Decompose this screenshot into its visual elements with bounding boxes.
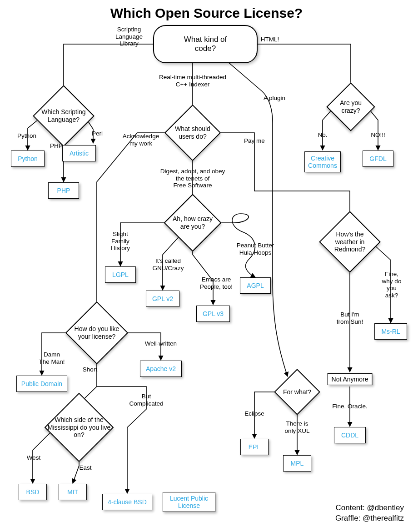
result-php: PHP: [48, 182, 79, 199]
label-digest: Digest, adopt, and obey the tenets of Fr…: [160, 168, 225, 189]
result-gplv3: GPL v3: [196, 306, 230, 322]
label-short: Short: [83, 366, 97, 373]
label-no: No.: [318, 131, 327, 139]
result-agpl: AGPL: [240, 277, 271, 294]
label-scripting-lib: Scripting Language Library: [115, 26, 143, 47]
label-indexer: Real-time multi-threaded C++ Indexer: [159, 74, 226, 88]
result-gfdl: GFDL: [363, 151, 393, 167]
decision-how-crazy: Ah, how crazy are you?: [165, 203, 220, 242]
credit-graffle: Graffle: @therealfitz: [335, 513, 404, 524]
label-pay-me: Pay me: [244, 137, 265, 145]
label-but-complicated: But Complicated: [129, 393, 163, 407]
decision-are-you-crazy: Are you crazy?: [326, 90, 376, 123]
step-not-anymore: Not Anymore: [328, 373, 373, 385]
label-acknowledge: Acknowledge my work: [123, 133, 159, 147]
result-lucent: Lucent Public License: [163, 492, 215, 512]
decision-users-do: What should users do?: [165, 114, 220, 152]
label-pbhh: Peanut Butter Hula Hoops: [237, 242, 274, 256]
label-east: East: [79, 464, 91, 472]
result-public-domain: Public Domain: [16, 376, 67, 392]
result-artistic: Artistic: [62, 145, 96, 161]
credits: Content: @dbentley Graffle: @therealfitz: [335, 503, 404, 524]
result-apache: Apache v2: [140, 361, 182, 377]
result-bsd: BSD: [19, 484, 47, 500]
label-damn: Damn The Man!: [39, 351, 65, 365]
label-xul: There is only XUL: [285, 420, 310, 434]
result-creative-commons: Creative Commons: [304, 151, 341, 172]
label-html: HTML!: [261, 36, 279, 43]
decision-scripting: Which Scripting Language?: [32, 95, 95, 137]
label-eclipse: Eclipse: [244, 410, 264, 417]
label-emacs: Emacs are People, too!: [200, 276, 233, 290]
result-epl: EPL: [240, 439, 269, 455]
label-from-sun: But I'm from Sun!: [337, 311, 363, 325]
result-gplv2: GPL v2: [146, 291, 179, 307]
result-msrl: Ms-RL: [374, 323, 407, 340]
label-no-shout: NO!!!: [371, 131, 385, 139]
flow-start: What kind of code?: [153, 25, 258, 63]
label-west: West: [27, 454, 41, 462]
result-python: Python: [11, 151, 45, 167]
label-slight: Slight Family History: [111, 231, 130, 252]
decision-for-what: For what?: [274, 376, 320, 407]
result-lgpl: LGPL: [105, 266, 136, 283]
label-gnu-crazy: It's called GNU/Crazy: [152, 257, 184, 271]
label-well-written: Well-written: [145, 340, 177, 347]
label-fine-oracle: Fine. Oracle.: [332, 403, 367, 410]
decision-mississippi: Which side of the Mississippi do you liv…: [43, 404, 115, 451]
decision-like-license: How do you like your license?: [66, 311, 128, 354]
label-plugin: A plugin: [264, 95, 285, 102]
page-title: Which Open Source License?: [0, 5, 413, 21]
decision-redmond: How's the weather in Redmond?: [320, 221, 379, 263]
result-mpl: MPL: [283, 455, 311, 472]
result-mit: MIT: [59, 484, 87, 500]
result-4clause-bsd: 4-clause BSD: [102, 494, 152, 510]
credit-content: Content: @dbentley: [335, 503, 404, 513]
label-fine-why: Fine, why do you ask?: [381, 271, 403, 299]
flow-start-text: What kind of code?: [184, 35, 227, 54]
result-cddl: CDDL: [334, 427, 366, 443]
